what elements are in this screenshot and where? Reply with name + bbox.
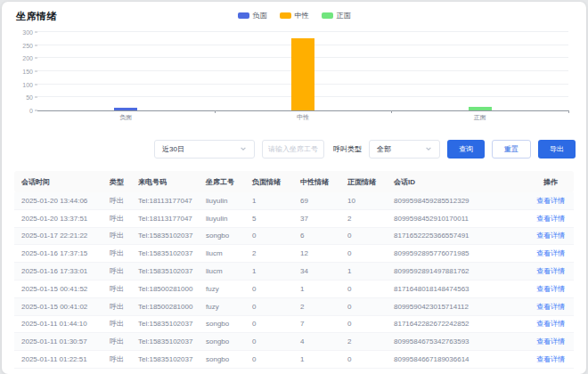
legend-item-negative[interactable]: 负面 <box>238 11 267 20</box>
legend-item-neutral[interactable]: 中性 <box>280 11 309 20</box>
query-button[interactable]: 查询 <box>447 140 485 159</box>
cell-negative: 0 <box>252 232 300 240</box>
view-detail-link[interactable]: 查看详情 <box>527 337 574 346</box>
cell-time: 2025-01-11 01:30:57 <box>21 337 110 346</box>
cell-type: 呼出 <box>110 266 138 276</box>
cell-agent: liuyulin <box>206 215 252 223</box>
legend-item-positive[interactable]: 正面 <box>322 11 351 20</box>
col-header: 会话ID <box>394 177 527 187</box>
cell-negative: 0 <box>252 355 300 363</box>
cell-caller: Tel:15835102037 <box>138 355 206 363</box>
call-type-select[interactable]: 全部 <box>369 140 440 159</box>
cell-negative: 2 <box>252 249 300 257</box>
date-range-value: 近30日 <box>162 144 184 154</box>
col-header: 操作 <box>527 177 574 187</box>
cell-session-id: 8099584675342763593 <box>394 337 527 346</box>
cell-agent: songbo <box>206 232 252 240</box>
x-axis-label: 正面 <box>474 113 486 122</box>
view-detail-link[interactable]: 查看详情 <box>527 284 574 294</box>
view-detail-link[interactable]: 查看详情 <box>527 354 574 364</box>
cell-negative: 1 <box>252 267 300 275</box>
cell-time: 2025-01-11 01:44:10 <box>21 320 110 328</box>
cell-caller: Tel:15835102037 <box>138 232 206 240</box>
cell-type: 呼出 <box>110 302 138 312</box>
view-detail-link[interactable]: 查看详情 <box>527 319 574 329</box>
cell-caller: Tel:18500281000 <box>138 303 206 311</box>
col-header: 类型 <box>110 177 138 187</box>
chevron-down-icon <box>240 145 247 152</box>
table-header-row: 会话时间类型来电号码坐席工号负面情绪中性情绪正面情绪会话ID操作 <box>14 171 574 192</box>
cell-negative: 0 <box>252 285 300 293</box>
y-axis-tick: 50 <box>26 94 33 101</box>
cell-neutral: 1 <box>300 285 347 293</box>
view-detail-link[interactable]: 查看详情 <box>527 196 574 206</box>
table-row: 2025-01-11 01:44:10呼出Tel:15835102037song… <box>14 316 574 334</box>
y-axis-tick: 0 <box>29 108 33 114</box>
x-axis-label: 负面 <box>119 113 132 122</box>
cell-type: 呼出 <box>110 214 138 224</box>
date-range-select[interactable]: 近30日 <box>154 140 255 159</box>
export-button[interactable]: 导出 <box>538 140 576 159</box>
col-header: 正面情绪 <box>347 177 394 187</box>
emotion-bar-chart: 050100150200250300负面中性正面 <box>16 28 572 125</box>
cell-neutral: 7 <box>300 320 347 328</box>
cell-caller: Tel:18500281000 <box>138 285 206 293</box>
cell-positive: 0 <box>347 232 394 240</box>
cell-negative: 5 <box>252 215 300 223</box>
cell-positive: 10 <box>347 197 394 205</box>
agent-emotion-panel: 坐席情绪 负面中性正面 050100150200250300负面中性正面 近30… <box>2 2 586 374</box>
cell-caller: Tel:18113177047 <box>138 197 206 205</box>
panel-header: 坐席情绪 负面中性正面 <box>2 2 586 25</box>
cell-time: 2025-01-20 13:44:06 <box>21 197 110 205</box>
cell-positive: 1 <box>347 267 394 275</box>
table-row: 2025-01-20 13:44:06呼出Tel:18113177047liuy… <box>14 192 574 210</box>
cell-caller: Tel:15835102037 <box>138 337 206 346</box>
y-axis-tick: 250 <box>22 42 33 48</box>
view-detail-link[interactable]: 查看详情 <box>527 248 574 258</box>
legend-swatch <box>322 12 333 19</box>
cell-session-id: 8099598452910170011 <box>394 215 527 223</box>
view-detail-link[interactable]: 查看详情 <box>527 231 574 240</box>
table-row: 2025-01-15 00:41:02呼出Tel:18500281000fuzy… <box>14 298 574 316</box>
bar-negative[interactable] <box>114 108 137 110</box>
table-row: 2025-01-11 01:30:57呼出Tel:15835102037song… <box>14 333 574 351</box>
reset-button[interactable]: 重置 <box>492 140 531 159</box>
cell-positive: 0 <box>347 249 394 257</box>
sessions-table: 会话时间类型来电号码坐席工号负面情绪中性情绪正面情绪会话ID操作 2025-01… <box>14 171 574 369</box>
legend-swatch <box>280 12 291 19</box>
cell-agent: songbo <box>206 355 252 363</box>
cell-agent: fuzy <box>206 285 252 293</box>
view-detail-link[interactable]: 查看详情 <box>527 214 574 224</box>
cell-agent: liucm <box>206 249 252 257</box>
cell-time: 2025-01-20 13:37:51 <box>21 215 110 223</box>
cell-positive: 0 <box>347 355 394 363</box>
view-detail-link[interactable]: 查看详情 <box>527 266 574 276</box>
cell-negative: 0 <box>252 320 300 328</box>
table-row: 2025-01-16 17:37:15呼出Tel:15835102037liuc… <box>14 245 574 263</box>
table-row: 2025-01-16 17:33:01呼出Tel:15835102037liuc… <box>14 263 574 280</box>
chevron-down-icon <box>425 145 432 152</box>
cell-type: 呼出 <box>110 354 138 364</box>
view-detail-link[interactable]: 查看详情 <box>527 302 574 312</box>
call-type-value: 全部 <box>377 144 391 154</box>
cell-session-id: 8099598459285512329 <box>394 197 527 205</box>
cell-session-id: 8099590423015714112 <box>394 303 527 311</box>
cell-session-id: 8171652225366557491 <box>394 232 527 240</box>
legend-label: 负面 <box>253 11 267 20</box>
bar-positive[interactable] <box>469 107 492 110</box>
col-header: 坐席工号 <box>206 177 252 187</box>
cell-session-id: 8171642282672242852 <box>394 320 527 328</box>
cell-negative: 0 <box>252 303 300 311</box>
legend-label: 正面 <box>337 11 351 20</box>
cell-neutral: 34 <box>300 267 347 275</box>
cell-neutral: 69 <box>300 197 347 205</box>
agent-id-input[interactable] <box>262 140 324 159</box>
col-header: 中性情绪 <box>300 177 347 187</box>
bar-neutral[interactable] <box>291 38 314 110</box>
cell-agent: songbo <box>206 320 252 328</box>
cell-type: 呼出 <box>110 196 138 206</box>
cell-positive: 0 <box>347 303 394 311</box>
y-axis-tick: 200 <box>22 55 33 61</box>
cell-time: 2025-01-16 17:33:01 <box>21 267 110 275</box>
y-axis-tick: 100 <box>22 81 33 87</box>
